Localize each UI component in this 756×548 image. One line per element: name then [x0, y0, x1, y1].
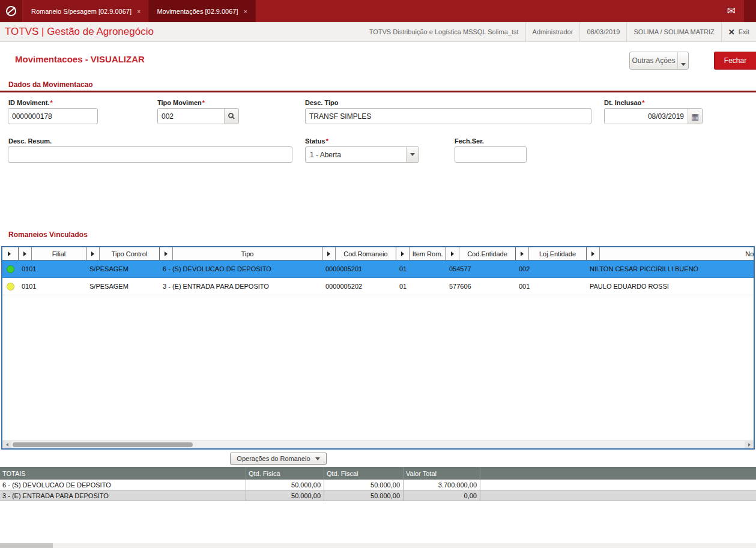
app-window: Romaneio S/pesagem [02.9.0067] × Movimen…: [0, 0, 756, 548]
grid-body: 0101 S/PESAGEM 6 - (S) DEVOLUCAO DE DEPO…: [2, 260, 755, 441]
column-header-tipo[interactable]: Tipo: [160, 247, 322, 260]
outras-acoes-button[interactable]: Outras Ações: [629, 52, 689, 70]
totals-header-spacer: [480, 467, 756, 480]
romaneios-grid: Filial Tipo Control Tipo Cod.Romaneio: [1, 246, 755, 450]
column-header-cod-romaneio[interactable]: Cod.Romaneio: [322, 247, 396, 260]
status-yellow-icon: [7, 283, 14, 291]
operacoes-romaneio-label: Operações do Romaneio: [237, 455, 310, 462]
column-header-tipo-control[interactable]: Tipo Control: [86, 247, 160, 260]
tab-strip: Romaneio S/pesagem [02.9.0067] × Movimen…: [23, 0, 256, 22]
row-marker-header: [2, 247, 19, 260]
scrollbar-thumb[interactable]: [13, 442, 193, 447]
grid-horizontal-scrollbar[interactable]: [2, 441, 754, 448]
brand-title: TOTVS | Gestão de Agronegócio: [0, 26, 154, 38]
column-marker-icon: [446, 247, 459, 260]
dt-inclusao-field: ▦: [604, 108, 703, 124]
status-value: 1 - Aberta: [306, 147, 406, 162]
column-marker-icon: [160, 247, 173, 260]
environment-label: TOTVS Distribuição e Logística MSSQL Sol…: [363, 22, 525, 41]
tipo-movimen-input[interactable]: [158, 109, 224, 124]
id-moviment-label: ID Moviment.*: [8, 99, 53, 106]
cell-item-rom: 01: [396, 283, 446, 290]
column-marker-icon: [396, 247, 410, 260]
grid-scroll-area: Filial Tipo Control Tipo Cod.Romaneio: [2, 247, 755, 441]
arrow-right-icon: [748, 443, 751, 447]
status-select[interactable]: 1 - Aberta: [305, 146, 419, 163]
column-header-filial[interactable]: Filial: [19, 247, 86, 260]
totals-header-qtd-fiscal: Qtd. Fiscal: [324, 467, 404, 480]
main-content: Movimentacoes - VISUALIZAR Outras Ações …: [0, 42, 756, 548]
close-icon[interactable]: ×: [137, 8, 141, 15]
column-marker-icon: [86, 247, 100, 260]
cell-tipo: 6 - (S) DEVOLUCAO DE DEPOSITO: [160, 265, 322, 272]
cell-cod-entidade: 054577: [446, 265, 516, 272]
totals-qtd-fisica: 50.000,00: [246, 480, 324, 490]
tipo-movimen-label: Tipo Movimen*: [157, 99, 205, 106]
topbar-right: ✉: [719, 0, 756, 22]
chevron-down-icon: [315, 457, 320, 460]
scrollbar-thumb[interactable]: [0, 543, 53, 548]
outras-acoes-label: Outras Ações: [630, 52, 677, 69]
status-label: Status*: [305, 137, 328, 145]
totals-table: TOTAIS Qtd. Fisica Qtd. Fiscal Valor Tot…: [0, 467, 756, 501]
desc-tipo-input[interactable]: [305, 108, 591, 124]
totals-label: 3 - (E) ENTRADA PARA DEPOSITO: [0, 490, 246, 501]
cell-item-rom: 01: [396, 265, 446, 272]
cell-loj-entidade: 001: [516, 283, 587, 290]
mail-icon[interactable]: ✉: [719, 5, 744, 17]
dt-inclusao-label: Dt. Inclusao*: [604, 99, 645, 106]
column-header-loj-entidade[interactable]: Loj.Entidade: [516, 247, 587, 260]
desc-resum-input[interactable]: [8, 146, 292, 163]
chevron-down-icon: [677, 52, 688, 69]
desc-resum-label: Desc. Resum.: [8, 137, 52, 145]
scroll-right-button[interactable]: [745, 441, 754, 448]
cell-cod-entidade: 577606: [446, 283, 516, 290]
totals-row-2: 3 - (E) ENTRADA PARA DEPOSITO 50.000,00 …: [0, 490, 756, 501]
grid-row-2[interactable]: 0101 S/PESAGEM 3 - (E) ENTRADA PARA DEPO…: [2, 278, 755, 295]
no-entry-icon: [6, 6, 16, 16]
cell-tipo-control: S/PESAGEM: [86, 283, 160, 290]
column-marker-icon: [322, 247, 336, 260]
column-header-item-rom[interactable]: Item Rom.: [396, 247, 446, 260]
cell-cod-romaneio: 0000005201: [322, 265, 396, 272]
column-header-cod-entidade[interactable]: Cod.Entidade: [446, 247, 516, 260]
window-tab-bar: Romaneio S/pesagem [02.9.0067] × Movimen…: [0, 0, 756, 22]
fech-ser-input[interactable]: [455, 146, 527, 163]
tab-label: Romaneio S/pesagem [02.9.0067]: [31, 8, 132, 15]
search-icon: [228, 113, 234, 118]
dt-inclusao-input[interactable]: [605, 109, 688, 124]
totals-header: TOTAIS Qtd. Fisica Qtd. Fiscal Valor Tot…: [0, 467, 756, 480]
fechar-button[interactable]: Fechar: [714, 52, 756, 70]
totals-header-valor-total: Valor Total: [404, 467, 480, 480]
fech-ser-label: Fech.Ser.: [455, 137, 484, 145]
cell-filial: 0101: [19, 265, 86, 272]
grid-header: Filial Tipo Control Tipo Cod.Romaneio: [2, 247, 755, 260]
totvs-logo-button[interactable]: [0, 0, 22, 22]
cell-tipo: 3 - (E) ENTRADA PARA DEPOSITO: [160, 283, 322, 290]
operacoes-romaneio-button[interactable]: Operações do Romaneio: [230, 453, 327, 465]
scroll-left-button[interactable]: [2, 441, 11, 448]
user-label: Administrador: [525, 22, 580, 41]
close-icon: ✕: [728, 28, 735, 37]
id-moviment-input[interactable]: [8, 108, 98, 124]
status-dropdown-button[interactable]: [406, 147, 419, 162]
column-header-nom-entidade[interactable]: Nom.Entida: [587, 247, 755, 260]
page-horizontal-scrollbar[interactable]: [0, 543, 756, 548]
calendar-button[interactable]: ▦: [688, 109, 702, 124]
cell-nom-entidade: NILTON CESAR PICCIRILLI BUENO: [587, 265, 755, 272]
row-status-cell: [2, 265, 19, 273]
exit-button[interactable]: ✕ Exit: [721, 22, 756, 41]
arrow-left-icon: [6, 443, 8, 447]
page-title: Movimentacoes - VISUALIZAR: [15, 54, 145, 64]
tab-movimentacoes[interactable]: Movimentações [02.9.0067] ×: [149, 0, 256, 22]
column-marker-icon: [2, 247, 16, 260]
totals-header-totais: TOTAIS: [0, 467, 246, 480]
close-icon[interactable]: ×: [244, 8, 247, 15]
date-label: 08/03/2019: [579, 22, 626, 41]
column-marker-icon: [19, 247, 32, 260]
cell-loj-entidade: 002: [516, 265, 587, 272]
tab-romaneio-spesagem[interactable]: Romaneio S/pesagem [02.9.0067] ×: [23, 0, 149, 22]
lookup-button[interactable]: [224, 109, 238, 124]
grid-row-1[interactable]: 0101 S/PESAGEM 6 - (S) DEVOLUCAO DE DEPO…: [2, 260, 755, 278]
tab-label: Movimentações [02.9.0067]: [157, 8, 238, 15]
